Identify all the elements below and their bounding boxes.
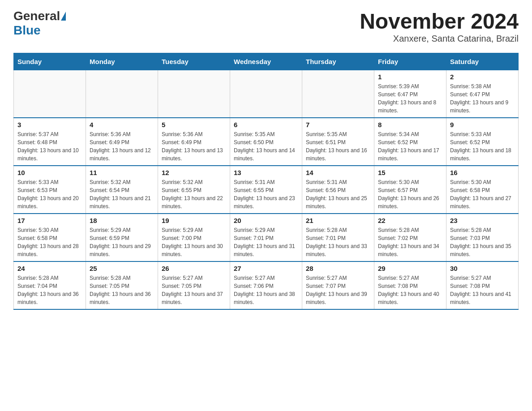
day-info: Sunrise: 5:28 AMSunset: 7:01 PMDaylight:… <box>306 226 370 258</box>
day-info: Sunrise: 5:28 AMSunset: 7:02 PMDaylight:… <box>378 226 442 258</box>
day-info: Sunrise: 5:30 AMSunset: 6:58 PMDaylight:… <box>17 226 82 258</box>
calendar-day-cell <box>86 70 158 118</box>
day-info: Sunrise: 5:29 AMSunset: 6:59 PMDaylight:… <box>90 226 154 258</box>
calendar-day-cell: 23Sunrise: 5:28 AMSunset: 7:03 PMDayligh… <box>446 214 519 261</box>
day-info: Sunrise: 5:27 AMSunset: 7:07 PMDaylight:… <box>306 274 370 306</box>
calendar-day-cell: 21Sunrise: 5:28 AMSunset: 7:01 PMDayligh… <box>302 214 374 261</box>
calendar-day-cell <box>230 70 302 118</box>
calendar-week-row: 1Sunrise: 5:39 AMSunset: 6:47 PMDaylight… <box>14 70 519 118</box>
calendar-day-cell: 30Sunrise: 5:27 AMSunset: 7:08 PMDayligh… <box>446 261 519 309</box>
location-subtitle: Xanxere, Santa Catarina, Brazil <box>360 34 519 44</box>
day-number: 8 <box>378 121 442 128</box>
calendar-day-cell: 29Sunrise: 5:27 AMSunset: 7:08 PMDayligh… <box>374 261 446 309</box>
day-info: Sunrise: 5:30 AMSunset: 6:57 PMDaylight:… <box>378 178 442 210</box>
day-number: 24 <box>17 265 82 272</box>
day-info: Sunrise: 5:29 AMSunset: 7:01 PMDaylight:… <box>234 226 298 258</box>
calendar-day-header: Saturday <box>446 53 519 70</box>
day-number: 28 <box>306 265 370 272</box>
day-info: Sunrise: 5:27 AMSunset: 7:05 PMDaylight:… <box>162 274 226 306</box>
day-number: 7 <box>306 121 370 128</box>
calendar-day-cell: 1Sunrise: 5:39 AMSunset: 6:47 PMDaylight… <box>374 70 446 118</box>
calendar-day-cell: 14Sunrise: 5:31 AMSunset: 6:56 PMDayligh… <box>302 166 374 214</box>
calendar-day-cell: 5Sunrise: 5:36 AMSunset: 6:49 PMDaylight… <box>158 118 230 166</box>
calendar-day-cell <box>158 70 230 118</box>
calendar-day-cell: 9Sunrise: 5:33 AMSunset: 6:52 PMDaylight… <box>446 118 519 166</box>
calendar-day-header: Sunday <box>14 53 86 70</box>
day-number: 27 <box>234 265 298 272</box>
calendar-day-cell: 19Sunrise: 5:29 AMSunset: 7:00 PMDayligh… <box>158 214 230 261</box>
calendar-day-cell: 10Sunrise: 5:33 AMSunset: 6:53 PMDayligh… <box>14 166 86 214</box>
day-number: 10 <box>17 169 82 176</box>
day-info: Sunrise: 5:27 AMSunset: 7:08 PMDaylight:… <box>378 274 442 306</box>
day-info: Sunrise: 5:28 AMSunset: 7:03 PMDaylight:… <box>450 226 515 258</box>
day-number: 1 <box>378 73 442 81</box>
calendar-day-cell: 25Sunrise: 5:28 AMSunset: 7:05 PMDayligh… <box>86 261 158 309</box>
calendar-day-cell <box>14 70 86 118</box>
calendar-day-cell: 12Sunrise: 5:32 AMSunset: 6:55 PMDayligh… <box>158 166 230 214</box>
day-number: 15 <box>378 169 442 176</box>
day-info: Sunrise: 5:39 AMSunset: 6:47 PMDaylight:… <box>378 82 442 115</box>
day-number: 2 <box>450 73 515 81</box>
day-number: 25 <box>90 265 154 272</box>
calendar-week-row: 10Sunrise: 5:33 AMSunset: 6:53 PMDayligh… <box>14 166 519 214</box>
month-title: November 2024 <box>360 9 519 34</box>
calendar-day-cell: 11Sunrise: 5:32 AMSunset: 6:54 PMDayligh… <box>86 166 158 214</box>
day-number: 22 <box>378 217 442 224</box>
calendar-day-cell: 17Sunrise: 5:30 AMSunset: 6:58 PMDayligh… <box>14 214 86 261</box>
day-info: Sunrise: 5:35 AMSunset: 6:51 PMDaylight:… <box>306 130 370 163</box>
day-info: Sunrise: 5:33 AMSunset: 6:53 PMDaylight:… <box>17 178 82 210</box>
calendar-day-cell <box>302 70 374 118</box>
calendar-day-cell: 22Sunrise: 5:28 AMSunset: 7:02 PMDayligh… <box>374 214 446 261</box>
day-number: 17 <box>17 217 82 224</box>
calendar-week-row: 3Sunrise: 5:37 AMSunset: 6:48 PMDaylight… <box>14 118 519 166</box>
day-number: 16 <box>450 169 515 176</box>
title-section: November 2024 Xanxere, Santa Catarina, B… <box>360 9 519 44</box>
day-number: 11 <box>90 169 154 176</box>
calendar-day-cell: 28Sunrise: 5:27 AMSunset: 7:07 PMDayligh… <box>302 261 374 309</box>
day-number: 5 <box>162 121 226 128</box>
day-number: 9 <box>450 121 515 128</box>
day-number: 12 <box>162 169 226 176</box>
calendar-table: SundayMondayTuesdayWednesdayThursdayFrid… <box>13 53 519 310</box>
calendar-header-row: SundayMondayTuesdayWednesdayThursdayFrid… <box>14 53 519 70</box>
logo-blue-text: Blue <box>13 23 41 37</box>
day-info: Sunrise: 5:32 AMSunset: 6:54 PMDaylight:… <box>90 178 154 210</box>
day-info: Sunrise: 5:31 AMSunset: 6:56 PMDaylight:… <box>306 178 370 210</box>
calendar-day-cell: 7Sunrise: 5:35 AMSunset: 6:51 PMDaylight… <box>302 118 374 166</box>
day-info: Sunrise: 5:34 AMSunset: 6:52 PMDaylight:… <box>378 130 442 163</box>
day-info: Sunrise: 5:36 AMSunset: 6:49 PMDaylight:… <box>90 130 154 163</box>
day-info: Sunrise: 5:33 AMSunset: 6:52 PMDaylight:… <box>450 130 515 163</box>
calendar-day-cell: 8Sunrise: 5:34 AMSunset: 6:52 PMDaylight… <box>374 118 446 166</box>
day-number: 4 <box>90 121 154 128</box>
day-info: Sunrise: 5:27 AMSunset: 7:06 PMDaylight:… <box>234 274 298 306</box>
calendar-week-row: 24Sunrise: 5:28 AMSunset: 7:04 PMDayligh… <box>14 261 519 309</box>
day-info: Sunrise: 5:27 AMSunset: 7:08 PMDaylight:… <box>450 274 515 306</box>
day-number: 14 <box>306 169 370 176</box>
calendar-day-cell: 24Sunrise: 5:28 AMSunset: 7:04 PMDayligh… <box>14 261 86 309</box>
calendar-day-header: Friday <box>374 53 446 70</box>
calendar-day-cell: 2Sunrise: 5:38 AMSunset: 6:47 PMDaylight… <box>446 70 519 118</box>
calendar-week-row: 17Sunrise: 5:30 AMSunset: 6:58 PMDayligh… <box>14 214 519 261</box>
calendar-day-cell: 15Sunrise: 5:30 AMSunset: 6:57 PMDayligh… <box>374 166 446 214</box>
day-info: Sunrise: 5:31 AMSunset: 6:55 PMDaylight:… <box>234 178 298 210</box>
day-number: 6 <box>234 121 298 128</box>
calendar-day-cell: 20Sunrise: 5:29 AMSunset: 7:01 PMDayligh… <box>230 214 302 261</box>
day-info: Sunrise: 5:38 AMSunset: 6:47 PMDaylight:… <box>450 82 515 115</box>
day-number: 29 <box>378 265 442 272</box>
calendar-day-header: Tuesday <box>158 53 230 70</box>
day-info: Sunrise: 5:37 AMSunset: 6:48 PMDaylight:… <box>17 130 82 163</box>
day-info: Sunrise: 5:30 AMSunset: 6:58 PMDaylight:… <box>450 178 515 210</box>
calendar-day-cell: 27Sunrise: 5:27 AMSunset: 7:06 PMDayligh… <box>230 261 302 309</box>
day-info: Sunrise: 5:28 AMSunset: 7:04 PMDaylight:… <box>17 274 82 306</box>
calendar-day-header: Thursday <box>302 53 374 70</box>
calendar-day-cell: 13Sunrise: 5:31 AMSunset: 6:55 PMDayligh… <box>230 166 302 214</box>
day-info: Sunrise: 5:32 AMSunset: 6:55 PMDaylight:… <box>162 178 226 210</box>
day-number: 19 <box>162 217 226 224</box>
day-number: 26 <box>162 265 226 272</box>
day-number: 13 <box>234 169 298 176</box>
logo-general-text: General <box>13 9 60 23</box>
calendar-day-cell: 3Sunrise: 5:37 AMSunset: 6:48 PMDaylight… <box>14 118 86 166</box>
calendar-day-cell: 6Sunrise: 5:35 AMSunset: 6:50 PMDaylight… <box>230 118 302 166</box>
calendar-day-cell: 18Sunrise: 5:29 AMSunset: 6:59 PMDayligh… <box>86 214 158 261</box>
day-info: Sunrise: 5:35 AMSunset: 6:50 PMDaylight:… <box>234 130 298 163</box>
